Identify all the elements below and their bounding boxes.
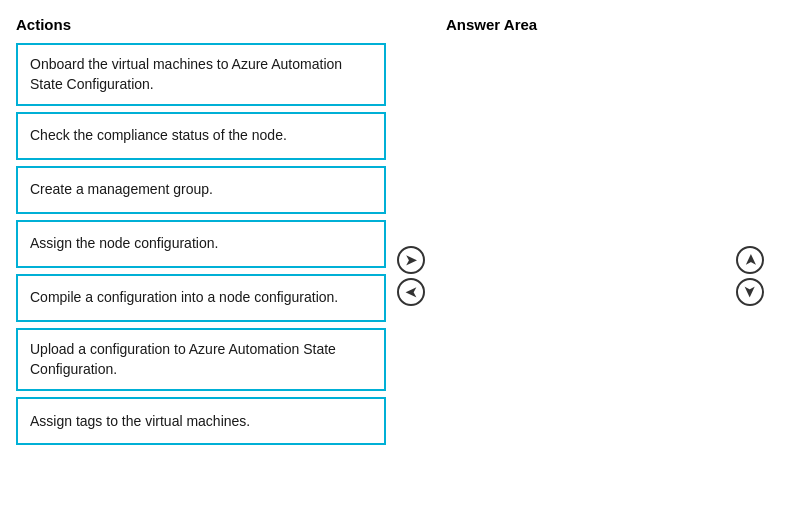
action-item-6[interactable]: Upload a configuration to Azure Automati… (16, 328, 386, 391)
move-up-button[interactable]: ➤ (736, 246, 764, 274)
actions-column: Actions Onboard the virtual machines to … (16, 16, 386, 445)
answer-area (446, 43, 715, 443)
actions-list: Onboard the virtual machines to Azure Au… (16, 43, 386, 445)
action-item-4[interactable]: Assign the node configuration. (16, 220, 386, 268)
up-arrow-icon: ➤ (742, 254, 758, 266)
action-item-7[interactable]: Assign tags to the virtual machines. (16, 397, 386, 445)
left-arrow-icon: ➤ (405, 284, 417, 300)
answer-header: Answer Area (446, 16, 715, 33)
right-arrow-icon: ➤ (405, 252, 417, 268)
transfer-arrows: ➤ ➤ (386, 16, 436, 306)
action-item-2[interactable]: Check the compliance status of the node. (16, 112, 386, 160)
order-arrows: ➤ ➤ (725, 16, 775, 306)
move-down-button[interactable]: ➤ (736, 278, 764, 306)
move-left-button[interactable]: ➤ (397, 278, 425, 306)
answer-column: Answer Area (446, 16, 715, 443)
move-right-button[interactable]: ➤ (397, 246, 425, 274)
action-item-1[interactable]: Onboard the virtual machines to Azure Au… (16, 43, 386, 106)
down-arrow-icon: ➤ (742, 286, 758, 298)
actions-header: Actions (16, 16, 386, 33)
action-item-5[interactable]: Compile a configuration into a node conf… (16, 274, 386, 322)
action-item-3[interactable]: Create a management group. (16, 166, 386, 214)
